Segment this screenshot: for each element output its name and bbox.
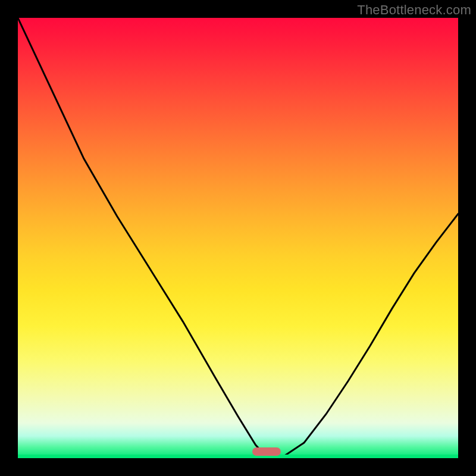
optimal-marker (252, 447, 281, 456)
chart-frame: TheBottleneck.com (0, 0, 476, 476)
plot-area (18, 18, 458, 458)
watermark-text: TheBottleneck.com (357, 2, 471, 18)
baseline-strip (18, 455, 458, 458)
bottleneck-curve (18, 18, 458, 458)
